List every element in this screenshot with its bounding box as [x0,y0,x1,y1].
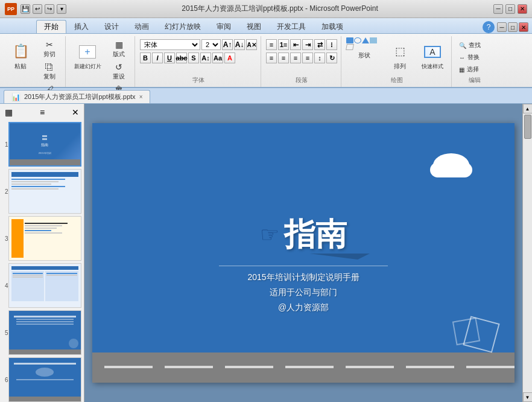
shape-ellipse[interactable] [354,37,361,43]
shape-rect[interactable] [346,37,353,43]
align-right-btn[interactable]: ≡ [290,53,301,63]
copy-button[interactable]: ⿻ 复制 [37,61,62,82]
numbering-btn[interactable]: 1≡ [278,39,289,50]
text-direction-btn[interactable]: ↻ [326,53,337,63]
tab-slideshow[interactable]: 幻灯片放映 [157,20,209,33]
select-button[interactable]: ▦ 选择 [457,64,493,75]
doc-tab-title: 2015年人力资源员工培训ppt模板.pptx [24,92,136,101]
shape-triangle[interactable] [362,37,369,43]
align-center-btn[interactable]: ≡ [278,53,289,63]
font-controls: 宋体 28 A↑ A↓ A✕ B I U abc S A↕ Aa A [140,37,257,64]
shadow-btn[interactable]: S [188,53,199,63]
road-line-1 [104,366,153,368]
more-btn[interactable]: ▾ [57,4,66,14]
maximize-btn[interactable]: □ [505,4,515,14]
bold-btn[interactable]: B [140,53,151,63]
strikethrough-btn[interactable]: abc [176,53,187,63]
replace-button[interactable]: ↔ 替换 [457,52,493,63]
shape-parallelogram[interactable] [346,44,354,50]
tab-review[interactable]: 审阅 [209,20,239,33]
arrange-button[interactable]: ⬚ 排列 [385,37,415,74]
copy-icon: ⿻ [45,62,54,72]
minimize-btn[interactable]: ─ [493,4,503,14]
underline-btn[interactable]: U [164,53,175,63]
tab-developer[interactable]: 开发工具 [269,20,314,33]
find-button[interactable]: 🔍 查找 [457,40,493,51]
new-slide-icon: + [78,42,97,62]
columns-btn[interactable]: ⫶ [326,39,337,50]
clear-format-btn[interactable]: A✕ [246,39,257,50]
select-icon: ▦ [459,66,464,73]
slide-thumbnail-1[interactable]: 指南 2015年培训 [8,122,81,167]
drawing-group: 形状 ⬚ 排列 A 快速样式 绘图 [343,36,452,87]
reset-button[interactable]: ↺ 重设 [107,61,131,82]
case-btn[interactable]: Aa [212,53,223,63]
tab-insert[interactable]: 插入 [66,20,97,33]
paste-button[interactable]: 📋 粘贴 [6,37,35,74]
layout-button[interactable]: ▦ 版式 [107,39,131,60]
scroll-down-btn[interactable]: ▼ [523,392,533,402]
indent-increase-btn[interactable]: ⇥ [302,39,313,50]
panel-close-btn[interactable]: ✕ [72,107,79,117]
slide-thumb-wrapper-3: 3 [2,216,81,261]
slide-thumbnail-6[interactable] [8,357,81,402]
font-size-decrease-btn[interactable]: A↓ [234,39,245,50]
help-btn[interactable]: ? [483,21,495,33]
new-slide-button[interactable]: + 新建幻灯片 [71,37,104,74]
road-line-3 [225,366,273,368]
spacing-btn[interactable]: A↕ [200,53,211,63]
tab-addins[interactable]: 加载项 [314,20,351,33]
title-bar-left: PP 💾 ↩ ↪ ▾ [5,3,66,15]
cut-icon: ✂ [46,40,53,49]
close-btn[interactable]: ✕ [518,4,527,14]
ribbon-minimize-btn[interactable]: ─ [497,22,507,32]
panel-icon-1[interactable]: ▦ [5,107,13,117]
panel-icon-2[interactable]: ≡ [40,107,45,117]
doc-tab-active[interactable]: 📊 2015年人力资源员工培训ppt模板.pptx × [4,90,150,103]
tab-home[interactable]: 开始 [36,20,66,33]
undo-btn[interactable]: ↩ [33,4,42,14]
indent-decrease-btn[interactable]: ⇤ [290,39,301,50]
justify-btn[interactable]: ≡ [302,53,313,63]
tab-design[interactable]: 设计 [97,20,127,33]
cut-button[interactable]: ✂ 剪切 [37,39,62,60]
slide-thumbnail-4[interactable] [8,263,81,308]
quick-styles-button[interactable]: A 快速样式 [417,37,448,74]
clipboard-group: 📋 粘贴 ✂ 剪切 ⿻ 复制 🖌 格式刷 剪贴板 [2,36,66,87]
slide-thumbnail-5[interactable] [8,310,81,355]
font-size-select[interactable]: 28 [201,39,221,50]
cloud-decoration [424,147,478,177]
slide-wrapper: ☞ 指南 2015年培训计划制定说明手册 适用于公司与部门 @人力资源部 [84,104,522,402]
subtitle-line1: 2015年培训计划制定说明手册 [247,270,359,285]
save-btn[interactable]: 💾 [21,4,30,14]
font-label: 字体 [192,76,204,86]
document-tabs: 📊 2015年人力资源员工培训ppt模板.pptx × [0,88,532,104]
bullets-btn[interactable]: ≡ [266,39,277,50]
tab-view[interactable]: 视图 [239,20,269,33]
shape-rect2[interactable] [370,37,377,43]
title-shadow-decoration [309,254,370,260]
font-family-select[interactable]: 宋体 [140,39,200,50]
italic-btn[interactable]: I [152,53,163,63]
tab-animation[interactable]: 动画 [127,20,157,33]
quick-access-toolbar: 💾 ↩ ↪ ▾ [21,4,66,14]
find-icon: 🔍 [459,42,466,49]
rtl-btn[interactable]: ⇄ [314,39,325,50]
slide-thumbnail-2[interactable] [8,169,81,214]
slide-thumbnail-3[interactable] [8,216,81,261]
line-spacing-btn[interactable]: ↕ [314,53,325,63]
redo-btn[interactable]: ↪ [45,4,54,14]
font-color-btn[interactable]: A [224,53,235,63]
ribbon-restore-btn[interactable]: □ [508,22,518,32]
scroll-up-btn[interactable]: ▲ [523,104,533,113]
font-size-increase-btn[interactable]: A↑ [222,39,233,50]
scroll-thumb[interactable] [524,115,531,139]
main-slide[interactable]: ☞ 指南 2015年培训计划制定说明手册 适用于公司与部门 @人力资源部 [92,123,515,383]
doc-tab-close-btn[interactable]: × [139,94,143,100]
slide-divider [219,266,388,266]
slides-group: + 新建幻灯片 ▦ 版式 ↺ 重设 🗑 删除 幻灯片 [67,36,135,87]
align-left-btn[interactable]: ≡ [266,53,277,63]
para-row1: ≡ 1≡ ⇤ ⇥ ⇄ ⫶ [266,39,337,51]
paragraph-label: 段落 [296,76,308,86]
ribbon-close-btn[interactable]: ✕ [519,22,528,32]
